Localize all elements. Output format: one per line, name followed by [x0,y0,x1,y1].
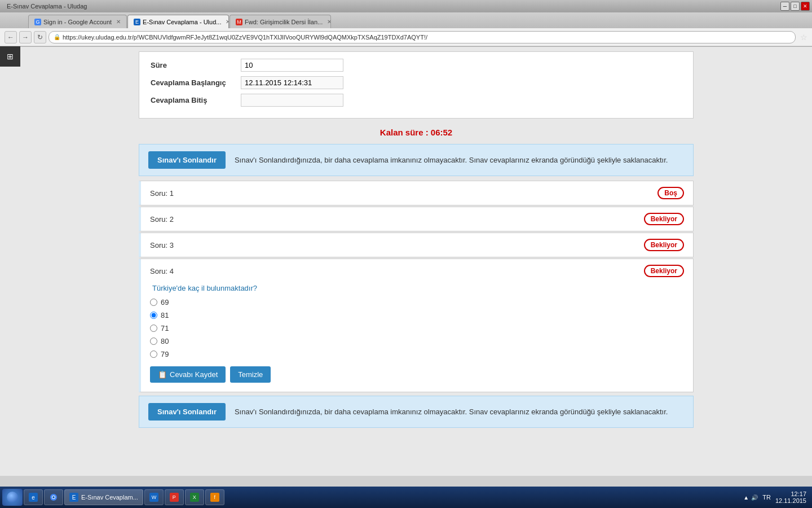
sure-label: Süre [151,61,241,69]
lock-icon: 🔒 [54,34,60,40]
tab-google[interactable]: G Sign in - Google Account ✕ [28,15,127,28]
radio-81[interactable] [150,312,157,319]
reload-button[interactable]: ↻ [34,31,46,43]
bitis-input[interactable] [241,94,343,107]
bitis-label: Cevaplama Bitiş [151,96,241,104]
tab-favicon-exam: E [134,19,140,25]
question-4-status: Bekliyor [644,265,684,277]
question-row-3[interactable]: Soru: 3 Bekliyor [139,233,694,257]
tab-close-mail[interactable]: ✕ [327,19,331,25]
question-row-1[interactable]: Soru: 1 Boş [139,181,694,205]
label-80: 80 [161,337,169,345]
label-81: 81 [161,311,169,319]
sidebar-toggle-button[interactable]: ⊞ [0,46,20,67]
question-row-4: Soru: 4 Bekliyor Türkiye'de kaç il bulun… [139,259,694,392]
label-69: 69 [161,298,169,306]
question-3-status: Bekliyor [644,239,684,251]
question-row-2[interactable]: Soru: 2 Bekliyor [139,207,694,231]
timer-section: Kalan süre : 06:52 [139,128,694,137]
sure-row: Süre [151,59,682,72]
left-sidebar: ⊞ [0,46,20,67]
forward-button[interactable]: → [19,31,32,43]
tab-close-exam[interactable]: ✕ [226,19,229,25]
label-71: 71 [161,324,169,332]
save-button-label: Cevabı Kaydet [170,370,218,379]
label-79: 79 [161,350,169,358]
top-finalize-button[interactable]: Sınav'ı Sonlandır [148,151,226,169]
tabs-bar: G Sign in - Google Account ✕ E E-Sınav C… [0,12,812,28]
address-bar[interactable]: 🔒 https://ukey.uludag.edu.tr/p!WCBNUVldf… [48,31,796,43]
option-81[interactable]: 81 [150,311,684,319]
question-4-label: Soru: 4 [150,267,174,275]
tab-mail[interactable]: M Fwd: Girişimcilik Dersi İlan... ✕ [230,15,331,28]
info-table: Süre Cevaplama Başlangıç Cevaplama Bitiş [139,51,694,119]
sure-input[interactable] [241,59,343,72]
top-finalize-section: Sınav'ı Sonlandır Sınav'ı Sonlandırdığın… [139,144,694,176]
back-button[interactable]: ← [5,31,17,43]
question-1-status: Boş [657,187,684,199]
option-69[interactable]: 69 [150,298,684,306]
question-2-label: Soru: 2 [150,215,174,224]
radio-69[interactable] [150,299,157,306]
tab-favicon-mail: M [236,19,242,25]
bottom-finalize-text: Sınav'ı Sonlandırdığınızda, bir daha cev… [235,408,668,416]
top-finalize-text: Sınav'ı Sonlandırdığınızda, bir daha cev… [235,156,668,164]
page-content: Süre Cevaplama Başlangıç Cevaplama Bitiş… [107,47,705,444]
timer-label: Kalan süre : 06:52 [380,128,452,137]
option-80[interactable]: 80 [150,337,684,345]
tab-label-google: Sign in - Google Account [43,19,112,25]
address-text: https://ukey.uludag.edu.tr/p!WCBNUVldfgw… [63,34,427,41]
question-1-label: Soru: 1 [150,189,174,198]
option-79[interactable]: 79 [150,350,684,358]
minimize-button[interactable]: ─ [780,2,789,11]
question-3-label: Soru: 3 [150,241,174,249]
bottom-finalize-button[interactable]: Sınav'ı Sonlandır [148,403,226,421]
tab-label-exam: E-Sınav Cevaplama - Ulud... [143,19,221,25]
save-answer-button[interactable]: 📋 Cevabı Kaydet [150,366,226,383]
bookmark-star-icon[interactable]: ☆ [800,33,807,42]
option-71[interactable]: 71 [150,324,684,332]
bitis-row: Cevaplama Bitiş [151,94,682,107]
baslangic-input[interactable] [241,76,343,89]
question-4-text: Türkiye'de kaç il bulunmaktadır? [150,284,684,292]
nav-bar: ← → ↻ 🔒 https://ukey.uludag.edu.tr/p!WCB… [0,28,812,46]
tab-label-mail: Fwd: Girişimcilik Dersi İlan... [245,19,323,25]
page-wrapper: Süre Cevaplama Başlangıç Cevaplama Bitiş… [0,47,812,476]
baslangic-row: Cevaplama Başlangıç [151,76,682,89]
browser-chrome: E-Sınav Cevaplama - Uludag ─ □ ✕ G Sign … [0,0,812,47]
question-4-header: Soru: 4 Bekliyor [150,265,684,277]
bottom-finalize-section: Sınav'ı Sonlandır Sınav'ı Sonlandırdığın… [139,396,694,428]
save-icon: 📋 [158,370,167,379]
radio-71[interactable] [150,325,157,332]
baslangic-label: Cevaplama Başlangıç [151,78,241,87]
maximize-button[interactable]: □ [791,2,800,11]
clear-answer-button[interactable]: Temizle [230,366,271,383]
radio-80[interactable] [150,338,157,345]
tab-exam[interactable]: E E-Sınav Cevaplama - Ulud... ✕ [127,15,229,28]
title-bar: E-Sınav Cevaplama - Uludag ─ □ ✕ [0,0,812,12]
window-title: E-Sınav Cevaplama - Uludag [2,3,779,10]
tab-close-google[interactable]: ✕ [116,19,121,25]
question-2-status: Bekliyor [644,213,684,225]
radio-79[interactable] [150,351,157,358]
answer-buttons: 📋 Cevabı Kaydet Temizle [150,366,684,383]
close-button[interactable]: ✕ [801,2,810,11]
tab-favicon-google: G [34,19,41,25]
